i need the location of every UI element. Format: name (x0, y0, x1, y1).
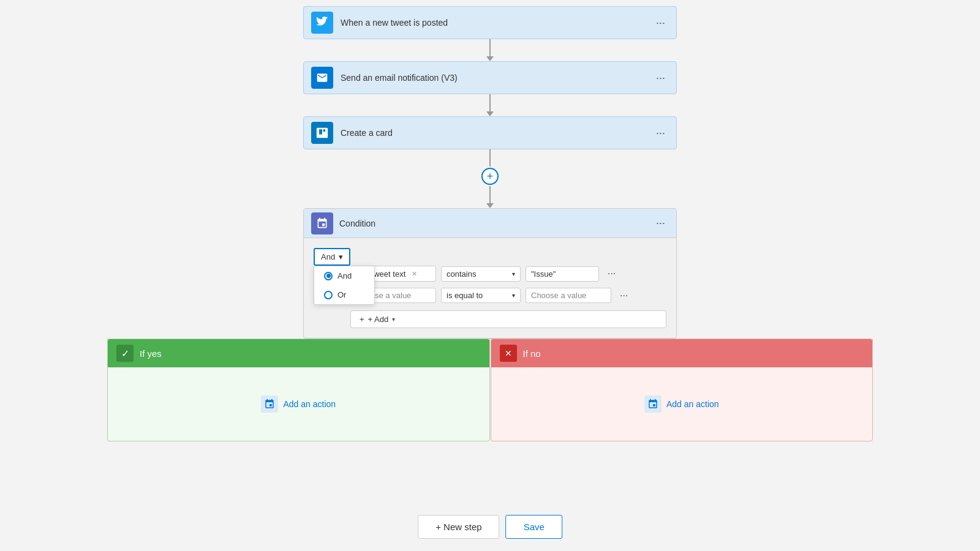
condition-more[interactable]: ··· (652, 214, 669, 232)
condition-row2-more[interactable]: ··· (616, 289, 631, 302)
dropdown-and-label: And (337, 271, 352, 280)
operator-chevron-1: ▾ (512, 271, 515, 277)
and-or-dropdown: And Or (314, 266, 375, 305)
add-action-no-button[interactable]: Add an action (644, 395, 719, 413)
condition-icon (311, 212, 333, 234)
dropdown-or-label: Or (337, 290, 346, 299)
branch-yes: ✓ If yes Add an action (107, 339, 490, 441)
add-action-no-label: Add an action (666, 399, 719, 409)
operator-label-1: contains (447, 269, 476, 279)
add-label: + Add (368, 315, 389, 324)
branch-no-body: Add an action (491, 367, 873, 441)
trello-icon (311, 122, 333, 144)
dropdown-item-or[interactable]: Or (314, 285, 374, 304)
radio-or (324, 291, 333, 299)
add-chevron: ▾ (392, 316, 395, 323)
add-icon: + (360, 315, 364, 324)
new-step-button[interactable]: + New step (418, 515, 499, 539)
step-tweet-label: When a new tweet is posted (341, 18, 652, 28)
condition-row-1: Tweet text ✕ contains ▾ "Issue" ··· (350, 266, 666, 282)
save-button[interactable]: Save (506, 515, 562, 539)
condition-row1-more[interactable]: ··· (604, 267, 619, 280)
connector-arrow-2 (486, 111, 494, 116)
check-icon: ✓ (116, 345, 134, 362)
connector-arrow-1 (486, 56, 494, 61)
twitter-icon (311, 12, 333, 34)
add-action-yes-icon (261, 395, 278, 413)
dropdown-item-and[interactable]: And (314, 266, 374, 285)
condition-value-1[interactable]: "Issue" (526, 266, 599, 282)
branch-yes-body: Add an action (108, 367, 489, 441)
branch-yes-label: If yes (140, 348, 162, 359)
connector-line-1 (489, 39, 491, 56)
condition-block: Condition ··· And ▾ And Or (303, 208, 677, 339)
bottom-bar: + New step Save (418, 515, 562, 539)
add-action-yes-label: Add an action (283, 399, 336, 409)
connector-line-3b (489, 186, 491, 203)
operator-chevron-2: ▾ (512, 292, 515, 299)
add-action-yes-button[interactable]: Add an action (261, 395, 336, 413)
step-tweet-more[interactable]: ··· (652, 14, 669, 32)
email-icon (311, 67, 333, 89)
x-icon: ✕ (500, 345, 517, 362)
condition-header[interactable]: Condition ··· (304, 209, 676, 238)
tag-close-1[interactable]: ✕ (412, 270, 417, 278)
connector-arrow-3 (486, 203, 494, 208)
branch-yes-header: ✓ If yes (108, 339, 489, 367)
and-or-label: And (321, 252, 335, 261)
branch-no: ✕ If no Add an action (491, 339, 873, 441)
add-button[interactable]: + + Add ▾ (350, 310, 666, 328)
branch-no-label: If no (523, 348, 541, 359)
add-action-no-icon (644, 395, 662, 413)
radio-and-fill (326, 274, 331, 278)
step-email[interactable]: Send an email notification (V3) ··· (303, 61, 677, 94)
and-or-button[interactable]: And ▾ (314, 248, 350, 266)
add-step-plus-button[interactable]: + (481, 168, 499, 185)
step-trello-label: Create a card (341, 128, 652, 138)
step-trello[interactable]: Create a card ··· (303, 116, 677, 149)
connector-with-plus: + (303, 149, 677, 208)
step-trello-more[interactable]: ··· (652, 124, 669, 142)
step-email-label: Send an email notification (V3) (341, 73, 652, 83)
step-tweet[interactable]: When a new tweet is posted ··· (303, 6, 677, 39)
condition-operator-2[interactable]: is equal to ▾ (441, 288, 521, 303)
branches-container: ✓ If yes Add an action ✕ If no (107, 339, 873, 441)
condition-body: And ▾ And Or (304, 238, 676, 338)
flow-canvas: When a new tweet is posted ··· Send an e… (0, 0, 980, 551)
connector-1 (303, 39, 677, 61)
choose-value-right[interactable]: Choose a value (526, 288, 611, 303)
connector-line-2 (489, 94, 491, 111)
connector-2 (303, 94, 677, 116)
condition-title: Condition (339, 219, 652, 228)
radio-and (324, 272, 333, 280)
and-or-wrapper: And ▾ And Or (314, 248, 350, 266)
operator-label-2: is equal to (447, 291, 483, 300)
condition-operator-1[interactable]: contains ▾ (441, 266, 521, 282)
and-or-chevron: ▾ (339, 252, 343, 261)
condition-row-2: Choose a value is equal to ▾ Choose a va… (350, 288, 666, 303)
connector-line-3a (489, 149, 491, 167)
condition-rows: Tweet text ✕ contains ▾ "Issue" ··· Choo… (350, 266, 666, 303)
branch-no-header: ✕ If no (491, 339, 873, 367)
step-email-more[interactable]: ··· (652, 69, 669, 87)
